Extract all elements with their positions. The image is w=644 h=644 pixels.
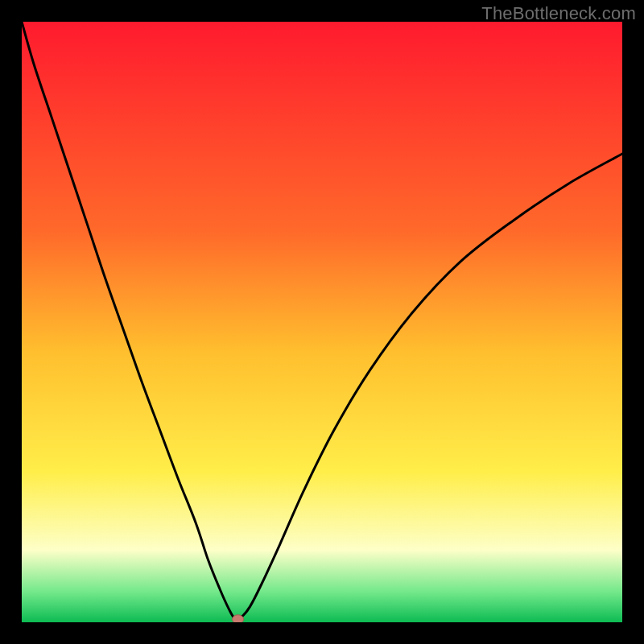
plot-area [22,22,622,622]
severity-gradient [22,22,622,622]
chart-frame: TheBottleneck.com [0,0,644,644]
bottleneck-chart [22,22,622,622]
minimum-marker [233,615,244,622]
